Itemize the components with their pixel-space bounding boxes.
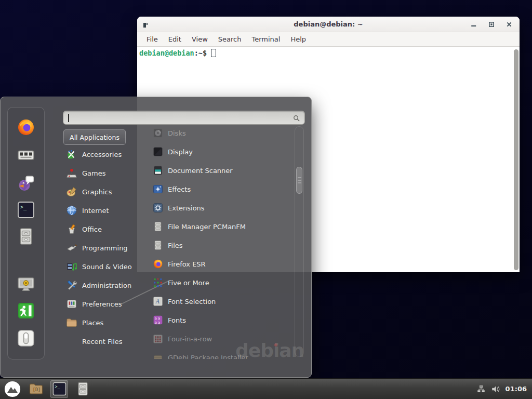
app-display[interactable]: Display — [145, 142, 296, 161]
favorite-terminal-icon[interactable]: >_ — [17, 201, 35, 219]
taskbar-file-manager-button[interactable]: [D] — [27, 380, 45, 398]
effects-icon — [153, 184, 163, 194]
app-list: Disks Display Document Scanner Effects E… — [145, 124, 296, 359]
network-icon[interactable] — [476, 384, 486, 394]
favorite-firefox-icon[interactable] — [17, 118, 35, 137]
app-files[interactable]: Files — [145, 236, 296, 255]
document-scanner-icon — [153, 165, 163, 176]
svg-text:A: A — [155, 298, 160, 305]
favorite-lock-screen-icon[interactable] — [17, 275, 35, 294]
programming-icon — [66, 242, 77, 254]
magnifier-icon — [292, 114, 300, 122]
scrollbar-grip — [298, 177, 301, 184]
all-applications-button[interactable]: All Applications — [63, 129, 126, 145]
preferences-icon — [66, 298, 77, 310]
text-caret — [68, 114, 69, 122]
app-file-manager-pcmanfm[interactable]: File Manager PCManFM — [145, 217, 296, 236]
volume-icon[interactable] — [491, 384, 500, 394]
close-icon[interactable] — [506, 21, 512, 28]
desktop: debian@debian: ~ File Edit View Search T… — [0, 0, 532, 399]
menu-edit[interactable]: Edit — [163, 33, 187, 45]
accessories-icon — [66, 149, 77, 160]
administration-icon — [66, 280, 77, 291]
application-menu: debian >_ — [0, 97, 312, 378]
app-disks[interactable]: Disks — [145, 124, 296, 142]
category-recent-files[interactable]: Recent Files — [63, 332, 142, 351]
category-accessories[interactable]: Accessories — [63, 145, 142, 164]
taskbar-terminal-button[interactable]: >_ — [50, 380, 68, 398]
category-office[interactable]: Office — [63, 220, 142, 238]
terminal-menubar: File Edit View Search Terminal Help — [137, 32, 520, 47]
prompt-suffix: :~$ — [194, 49, 207, 57]
font-selection-icon: A — [153, 296, 163, 307]
app-gdebi-package-installer[interactable]: GDebi Package Installer — [145, 348, 296, 359]
category-internet[interactable]: Internet — [63, 201, 142, 220]
taskbar-file-cabinet-button[interactable] — [74, 380, 91, 398]
gdebi-icon — [153, 352, 163, 359]
app-document-scanner[interactable]: Document Scanner — [145, 161, 296, 180]
search-text-field[interactable] — [71, 112, 290, 123]
app-firefox-esr[interactable]: Firefox ESR — [145, 255, 296, 273]
menu-help[interactable]: Help — [285, 33, 311, 45]
sound-video-icon — [66, 261, 77, 272]
category-sound-video[interactable]: Sound & Video — [63, 257, 142, 276]
svg-text:>_: >_ — [20, 204, 27, 210]
firefox-icon — [153, 259, 163, 269]
places-icon — [66, 317, 77, 328]
favorite-log-out-icon[interactable] — [17, 301, 35, 320]
app-effects[interactable]: Effects — [145, 180, 296, 198]
taskbar: [D] >_ 01:06 — [0, 378, 532, 399]
category-graphics[interactable]: Graphics — [63, 182, 142, 201]
games-icon — [66, 167, 77, 179]
extensions-icon — [153, 203, 163, 213]
menu-button[interactable] — [4, 380, 21, 398]
system-tray: 01:06 — [476, 384, 527, 394]
prompt-user-host: debian@debian — [139, 49, 194, 57]
menu-view[interactable]: View — [187, 33, 213, 45]
search-input[interactable] — [63, 111, 305, 125]
no-icon-spacer — [66, 336, 77, 347]
office-icon — [66, 223, 77, 235]
five-or-more-icon — [153, 277, 163, 288]
terminal-scrollbar[interactable] — [514, 49, 518, 270]
category-games[interactable]: Games — [63, 164, 142, 182]
category-places[interactable]: Places — [63, 313, 142, 332]
app-font-selection[interactable]: A Font Selection — [145, 292, 296, 311]
svg-text:a a: a a — [155, 321, 160, 325]
minimize-icon[interactable] — [471, 21, 477, 28]
favorite-quit-icon[interactable] — [17, 329, 35, 348]
menu-file[interactable]: File — [141, 33, 163, 45]
display-icon — [153, 147, 163, 157]
terminal-cursor — [211, 49, 216, 57]
svg-text:>_: >_ — [55, 384, 60, 389]
disks-icon — [153, 128, 163, 138]
fonts-icon: a aa a — [153, 315, 163, 325]
file-cabinet-icon — [153, 221, 163, 232]
menu-search[interactable]: Search — [213, 33, 247, 45]
terminal-titlebar[interactable]: debian@debian: ~ — [137, 17, 520, 32]
favorite-file-cabinet-icon[interactable] — [17, 227, 35, 246]
app-fonts[interactable]: a aa a Fonts — [145, 311, 296, 329]
graphics-icon — [66, 186, 77, 197]
favorite-pidgin-icon[interactable] — [17, 174, 35, 192]
window-title: debian@debian: ~ — [137, 20, 520, 28]
app-extensions[interactable]: Extensions — [145, 198, 296, 217]
favorite-control-center-icon[interactable] — [17, 145, 35, 164]
internet-icon — [66, 205, 77, 216]
app-four-in-a-row[interactable]: Four-in-a-row — [145, 329, 296, 348]
menu-terminal[interactable]: Terminal — [246, 33, 285, 45]
category-administration[interactable]: Administration — [63, 276, 142, 295]
clock[interactable]: 01:06 — [506, 385, 527, 393]
four-in-a-row-icon — [153, 334, 163, 344]
app-list-scrollbar-thumb[interactable] — [296, 167, 302, 194]
maximize-icon[interactable] — [488, 21, 495, 28]
window-controls — [471, 17, 512, 32]
svg-text:[D]: [D] — [32, 387, 40, 392]
category-preferences[interactable]: Preferences — [63, 295, 142, 313]
window-icon — [142, 21, 149, 28]
app-five-or-more[interactable]: Five or More — [145, 273, 296, 292]
file-cabinet-icon — [153, 240, 163, 250]
category-programming[interactable]: Programming — [63, 238, 142, 257]
shell-prompt: debian@debian:~$ — [139, 49, 216, 57]
app-list-scrollbar-track[interactable] — [295, 126, 304, 357]
